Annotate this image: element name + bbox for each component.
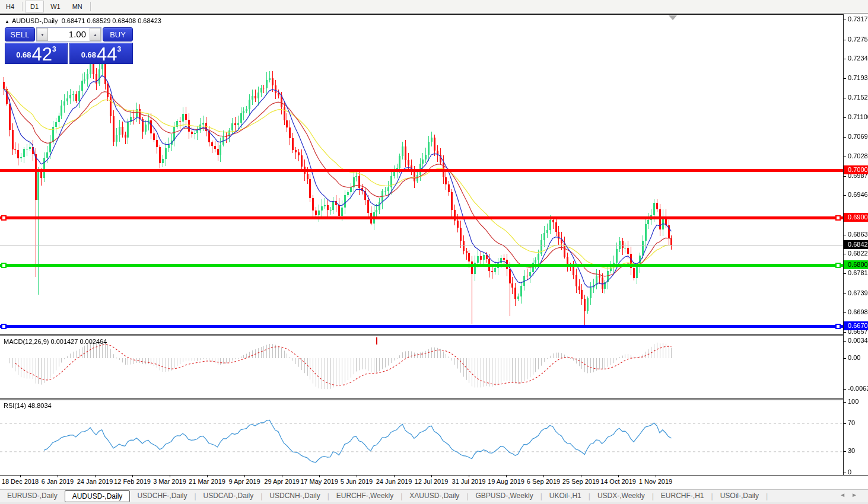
price-tick-dash [844, 195, 846, 196]
chart-shift-marker-icon[interactable] [669, 15, 677, 20]
date-tick-mark [581, 476, 581, 477]
price-tick-dash [844, 78, 846, 79]
chart-tab-usdcad-daily[interactable]: USDCAD-,Daily [196, 490, 261, 502]
macd-tick-dash [844, 389, 846, 390]
macd-tick-label: 0.00 [848, 354, 860, 361]
price-tick-label: 0.71100 [848, 113, 868, 120]
collapse-panel-icon[interactable]: ▲ [5, 19, 9, 24]
date-tick-mark [319, 476, 320, 477]
sell-price-tile[interactable]: 0.68 42 3 [5, 43, 68, 64]
buy-button[interactable]: BUY [103, 27, 133, 42]
chart-tab-usdchf-daily[interactable]: USDCHF-,Daily [130, 490, 194, 502]
sell-button[interactable]: SELL [5, 27, 35, 42]
volume-input[interactable]: 1.00 [48, 28, 90, 41]
chart-tab-bar: EURUSD-,DailyAUDUSD-,DailyUSDCHF-,Daily|… [0, 489, 868, 502]
price-tick-label: 0.70280 [848, 152, 868, 160]
tab-scroll-arrows: ◄► [840, 492, 863, 498]
timeframe-toolbar: H4 D1 W1 MN [0, 0, 868, 14]
volume-spinner: ▼ 1.00 ▲ [36, 27, 101, 42]
price-tick-dash [844, 254, 846, 254]
buy-price-prefix: 0.68 [81, 50, 96, 59]
chart-tab-audusd-daily[interactable]: AUDUSD-,Daily [65, 490, 131, 502]
timeframe-w1-button[interactable]: W1 [45, 1, 66, 12]
chart-ohlc-values: 0.68471 0.68529 0.68408 0.68423 [62, 17, 161, 24]
chart-tab-usdx-weekly[interactable]: USDX-,Weekly [590, 490, 652, 502]
chart-tab-gbpusd-weekly[interactable]: GBPUSD-,Weekly [469, 490, 540, 502]
chart-tab-usdcnh-daily[interactable]: USDCNH-,Daily [262, 490, 327, 502]
date-tick-mark [357, 476, 357, 477]
buy-price-tile[interactable]: 0.68 44 3 [69, 43, 133, 64]
rsi-chart-canvas[interactable] [0, 400, 843, 475]
price-tick-label: 0.67810 [848, 269, 868, 276]
chart-tab-xauusd-daily[interactable]: XAUUSD-,Daily [402, 490, 466, 502]
price-tick-label: 0.72750 [848, 36, 868, 43]
buy-price-sup: 3 [117, 45, 122, 53]
horizontal-line-0.70002[interactable] [0, 169, 843, 172]
date-tick-mark [58, 476, 58, 477]
date-tick-mark [394, 476, 395, 477]
date-tick-mark [207, 476, 208, 477]
date-tick-mark [618, 476, 619, 477]
macd-indicator-pane[interactable]: MACD(12,26,9) 0.001427 0.002464 [0, 336, 843, 398]
price-tick-label: 0.67390 [848, 289, 868, 296]
horizontal-line-0.68004[interactable] [0, 264, 843, 267]
price-tick-dash [844, 137, 846, 138]
timeframe-d1-button[interactable]: D1 [25, 1, 44, 12]
date-tick-mark [543, 476, 544, 477]
price-tick-label: 0.68630 [848, 231, 868, 238]
chart-tab-usoil-daily[interactable]: USOil-,Daily [713, 490, 766, 502]
date-tick-mark [469, 476, 469, 477]
rsi-label: RSI(14) 48.8034 [4, 402, 52, 409]
tab-scroll-left-icon[interactable]: ◄ [840, 492, 851, 498]
volume-increase-icon[interactable]: ▲ [90, 28, 101, 41]
line-selection-marker[interactable] [835, 324, 841, 329]
price-tick-dash [844, 312, 846, 313]
date-tick-mark [506, 476, 507, 477]
tab-separator: | [766, 492, 768, 500]
date-tick-mark [132, 476, 133, 477]
macd-chart-canvas[interactable] [0, 336, 843, 398]
price-axis[interactable]: 0.700020.690060.680040.667050.684230.731… [843, 14, 868, 475]
price-badge-0.69006: 0.69006 [844, 213, 868, 222]
sell-price-sup: 3 [52, 45, 56, 53]
date-tick-mark [95, 476, 96, 477]
macd-tick-label: 0.00349 [848, 337, 868, 344]
timeframe-mn-button[interactable]: MN [67, 1, 88, 12]
bid-price-line [0, 245, 843, 245]
toolbar-separator [90, 2, 91, 11]
line-selection-marker[interactable] [1, 324, 7, 329]
price-tick-label: 0.71930 [848, 74, 868, 81]
volume-decrease-icon[interactable]: ▼ [37, 28, 48, 41]
line-selection-marker[interactable] [1, 263, 7, 268]
date-tick-label: 1 Nov 2019 [629, 478, 682, 485]
buy-price-big: 44 [97, 46, 117, 63]
rsi-tick-label: 70 [848, 419, 855, 426]
main-chart-pane[interactable]: ▲AUDUSD-,Daily 0.68471 0.68529 0.68408 0… [0, 14, 843, 335]
tab-scroll-right-icon[interactable]: ► [851, 492, 863, 498]
chart-tab-eurchf-h1[interactable]: EURCHF-,H1 [654, 490, 711, 502]
price-tick-dash [844, 273, 846, 274]
timeframe-h4-button[interactable]: H4 [1, 1, 20, 12]
rsi-tick-dash [844, 451, 846, 452]
sell-price-big: 42 [32, 46, 52, 63]
price-tick-dash [844, 235, 846, 235]
line-selection-marker[interactable] [835, 215, 841, 221]
chart-tab-eurusd-daily[interactable]: EURUSD-,Daily [0, 490, 65, 502]
one-click-trading-panel: SELL ▼ 1.00 ▲ BUY 0.68 42 3 0.68 44 3 [5, 27, 133, 64]
sell-price-prefix: 0.68 [16, 50, 31, 59]
line-selection-marker[interactable] [1, 215, 7, 221]
rsi-indicator-pane[interactable]: RSI(14) 48.8034 [0, 400, 843, 475]
price-tick-dash [844, 20, 846, 20]
date-tick-mark [20, 476, 21, 477]
horizontal-line-0.69006[interactable] [0, 216, 843, 219]
chart-tab-ukoil-h1[interactable]: UKOil-,H1 [542, 490, 589, 502]
line-selection-marker[interactable] [835, 263, 841, 268]
date-tick-mark [244, 476, 245, 477]
price-badge-0.66705: 0.66705 [844, 321, 868, 330]
date-axis[interactable]: 18 Dec 20186 Jan 201924 Jan 201912 Feb 2… [0, 475, 868, 489]
price-tick-dash [844, 40, 846, 40]
date-tick-mark [170, 476, 170, 477]
chart-tab-eurchf-weekly[interactable]: EURCHF-,Weekly [329, 490, 400, 502]
price-tick-dash [844, 117, 846, 118]
horizontal-line-0.66705[interactable] [0, 325, 843, 328]
